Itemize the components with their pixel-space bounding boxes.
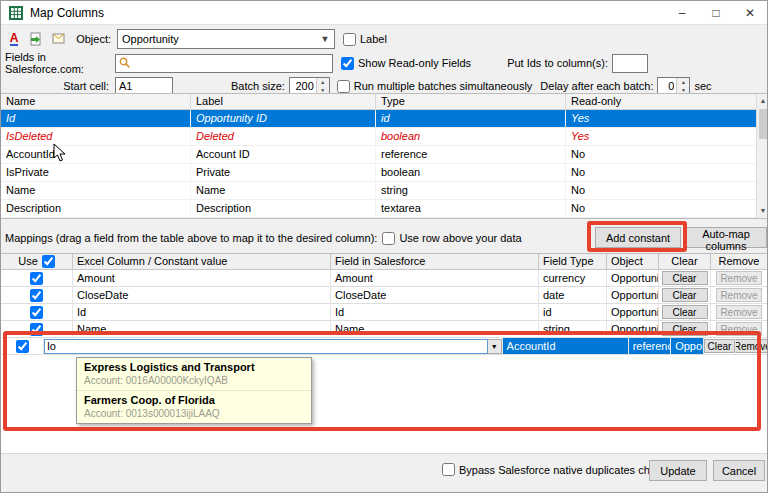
clear-button[interactable]: Clear: [662, 271, 708, 285]
delay-up-icon[interactable]: ▲: [677, 78, 689, 87]
maximize-button[interactable]: □: [699, 1, 733, 24]
scroll-down-icon[interactable]: ▼: [757, 204, 768, 218]
start-cell-label: Start cell:: [5, 80, 115, 92]
clear-button[interactable]: Clear: [662, 305, 708, 319]
mappings-table-header: Use Excel Column / Constant value Field …: [1, 254, 768, 270]
table-row-accountid[interactable]: AccountId Account ID reference No: [1, 146, 768, 164]
autocomplete-item[interactable]: Farmers Coop. of Florida Account: 0013s0…: [77, 390, 311, 423]
cell-readonly: Yes: [566, 110, 756, 127]
field-search-input[interactable]: [134, 56, 332, 71]
title-bar: Map Columns – □ ✕: [1, 1, 767, 25]
show-readonly-checkbox-input[interactable]: [341, 57, 354, 70]
use-checkbox[interactable]: [16, 340, 29, 353]
use-row-above-checkbox-input[interactable]: [382, 232, 395, 245]
table-row-id[interactable]: Id Opportunity ID id Yes: [1, 110, 768, 128]
batch-size-up-icon[interactable]: ▲: [317, 78, 329, 87]
cell-type: string: [376, 182, 566, 199]
label-checkbox-input[interactable]: [343, 33, 356, 46]
scroll-up-icon[interactable]: ▲: [757, 94, 768, 108]
table-row-isprivate[interactable]: IsPrivate Private boolean No: [1, 164, 768, 182]
clear-button[interactable]: Clear: [662, 288, 708, 302]
cell-field-type: currency: [539, 270, 607, 286]
field-search-box[interactable]: [115, 54, 333, 73]
use-all-checkbox[interactable]: [42, 255, 55, 268]
fields-table-scrollbar[interactable]: ▲ ▼: [756, 94, 768, 218]
cell-name: IsDeleted: [1, 128, 191, 145]
clear-button[interactable]: Clear: [704, 339, 734, 353]
cell-field: CloseDate: [331, 287, 539, 303]
remove-button: Remove: [716, 288, 762, 302]
remove-button[interactable]: Remove: [736, 339, 768, 353]
column-header-remove[interactable]: Remove: [711, 254, 767, 269]
show-readonly-checkbox[interactable]: Show Read-only Fields: [341, 57, 471, 70]
use-checkbox[interactable]: [30, 289, 43, 302]
object-label: Object:: [69, 33, 117, 45]
bypass-duplicates-checkbox-input[interactable]: [442, 463, 455, 476]
column-header-field-type[interactable]: Field Type: [539, 254, 607, 269]
mapping-row-accountid[interactable]: ▼ AccountId reference Opportunity Clear …: [1, 338, 768, 355]
bypass-duplicates-checkbox[interactable]: Bypass Salesforce native duplicates chec…: [442, 463, 667, 476]
update-button[interactable]: Update: [649, 460, 707, 481]
cell-type: boolean: [376, 128, 566, 145]
mapping-row-name[interactable]: Name Name string Opportunity Clear Remov…: [1, 321, 768, 338]
mapping-row-amount[interactable]: Amount Amount currency Opportunity Clear…: [1, 270, 768, 287]
use-checkbox[interactable]: [30, 323, 43, 336]
cell-excel-column: Name: [73, 321, 331, 337]
cell-readonly: Yes: [566, 128, 756, 145]
column-header-name[interactable]: Name: [1, 94, 191, 109]
cell-readonly: No: [566, 164, 756, 181]
autocomplete-item[interactable]: Express Logistics and Transport Account:…: [77, 358, 311, 390]
mapping-row-id[interactable]: Id Id id Opportunity Clear Remove: [1, 304, 768, 321]
cell-excel-column: Id: [73, 304, 331, 320]
delay-input[interactable]: [658, 78, 676, 95]
column-header-clear[interactable]: Clear: [659, 254, 711, 269]
close-button[interactable]: ✕: [733, 1, 767, 24]
column-header-readonly[interactable]: Read-only: [566, 94, 756, 109]
run-multiple-batches-checkbox[interactable]: Run multiple batches simultaneously: [337, 80, 533, 93]
cell-object: Opportunity: [607, 321, 659, 337]
cell-label: Opportunity ID: [191, 110, 376, 127]
table-row-name[interactable]: Name Name string No: [1, 182, 768, 200]
cell-field-type: string: [539, 321, 607, 337]
run-multiple-batches-checkbox-input[interactable]: [337, 80, 350, 93]
column-header-label[interactable]: Label: [191, 94, 376, 109]
letter-a-icon[interactable]: A: [5, 30, 23, 48]
cell-object: Opportunity: [671, 338, 704, 354]
constant-value-input[interactable]: [44, 339, 487, 354]
search-icon: [119, 57, 131, 69]
cell-type: textarea: [376, 200, 566, 217]
column-header-excel-column[interactable]: Excel Column / Constant value: [73, 254, 331, 269]
add-constant-button[interactable]: Add constant: [595, 227, 681, 248]
use-checkbox[interactable]: [30, 306, 43, 319]
fields-table-header: Name Label Type Read-only: [1, 94, 756, 110]
label-checkbox[interactable]: Label: [343, 33, 387, 46]
cell-field: AccountId: [503, 338, 629, 354]
minimize-button[interactable]: –: [665, 1, 699, 24]
app-icon: [8, 5, 24, 21]
object-dropdown[interactable]: Opportunity ▼: [117, 29, 335, 49]
auto-map-columns-button[interactable]: Auto-map columns: [685, 227, 767, 248]
column-header-object[interactable]: Object: [607, 254, 659, 269]
column-header-type[interactable]: Type: [376, 94, 566, 109]
batch-size-input[interactable]: [290, 78, 316, 95]
import-mapping-icon[interactable]: [27, 30, 45, 48]
use-row-above-checkbox[interactable]: Use row above your data: [382, 232, 521, 245]
account-id: Account: 0016A00000KckyIQAB: [84, 375, 304, 386]
table-row-description[interactable]: Description Description textarea No: [1, 200, 768, 218]
mapping-row-closedate[interactable]: CloseDate CloseDate date Opportunity Cle…: [1, 287, 768, 304]
cell-object: Opportunity: [607, 270, 659, 286]
scrollbar-thumb[interactable]: [759, 109, 767, 139]
sec-label: sec: [694, 80, 711, 92]
cancel-button[interactable]: Cancel: [713, 460, 765, 481]
use-checkbox[interactable]: [30, 272, 43, 285]
clear-button[interactable]: Clear: [662, 322, 708, 336]
put-ids-input[interactable]: [612, 54, 648, 73]
cell-object: Opportunity: [607, 304, 659, 320]
column-header-field-in-salesforce[interactable]: Field in Salesforce: [331, 254, 539, 269]
table-row-isdeleted[interactable]: IsDeleted Deleted boolean Yes: [1, 128, 768, 146]
cell-name: IsPrivate: [1, 164, 191, 181]
cell-name: Description: [1, 200, 191, 217]
lookup-dropdown-icon[interactable]: ▼: [488, 339, 502, 354]
object-dropdown-value: Opportunity: [122, 33, 179, 45]
export-mapping-icon[interactable]: [49, 30, 67, 48]
